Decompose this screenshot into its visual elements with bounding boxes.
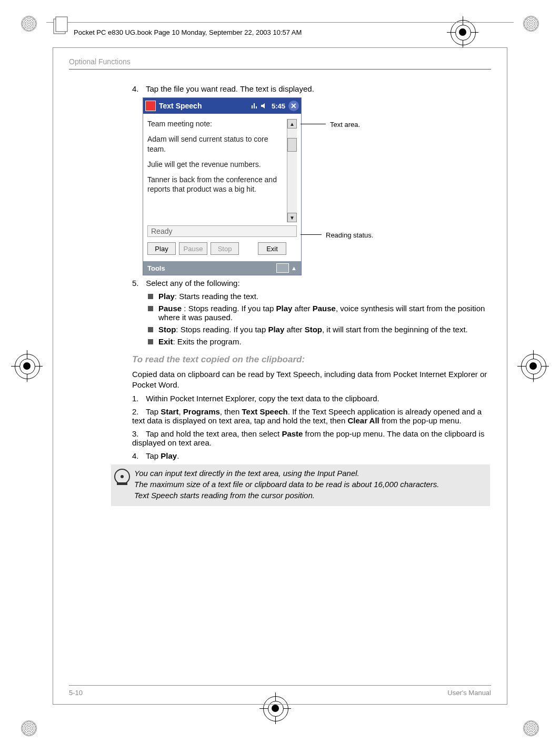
list-item: Stop: Stops reading. If you tap Play aft… (148, 325, 491, 334)
pause-button[interactable]: Pause (179, 242, 207, 255)
clip-step-1: 1. Within Pocket Internet Explorer, copy… (132, 394, 491, 403)
square-bullet-icon (148, 327, 153, 332)
step-number: 4. (132, 451, 144, 460)
step-text: Within Pocket Internet Explorer, copy th… (146, 394, 379, 403)
note-box: You can input text directly in the text … (111, 464, 490, 506)
square-bullet-icon (148, 339, 153, 344)
up-arrow-icon[interactable]: ▲ (291, 265, 297, 271)
manual-title: User's Manual (447, 689, 491, 697)
frame-header-rule (46, 22, 514, 23)
step-4-number: 4. (132, 84, 144, 93)
keyboard-icon[interactable] (276, 263, 289, 273)
list-item: Pause : Stops reading. If you tap Play a… (148, 304, 491, 322)
scrollbar[interactable]: ▲ ▼ (287, 119, 297, 222)
step-5-number: 5. (132, 279, 144, 288)
callout-reading-status: Reading status. (326, 231, 373, 239)
speaker-icon (260, 102, 267, 110)
square-bullet-icon (148, 294, 153, 299)
page-number: 5-10 (69, 689, 83, 697)
list-item: Play: Starts reading the text. (148, 292, 491, 301)
clip-step-3: 3. Tap and hold the text area, then sele… (132, 429, 491, 447)
ppc-clock: 5:45 (272, 102, 285, 110)
ppc-status-field: Ready (147, 225, 297, 237)
scroll-up-icon[interactable]: ▲ (287, 119, 297, 128)
figure-row: Text Speech 5:45 ✕ Team meeting note: Ad… (143, 97, 491, 275)
callout-line (301, 234, 322, 235)
page-footer: 5-10 User's Manual (69, 685, 491, 697)
page-frame: Optional Functions 4. Tap the file you w… (53, 47, 507, 705)
clip-step-2: 2. Tap Start, Programs, then Text Speech… (132, 407, 491, 425)
step-5: 5. Select any of the following: (132, 279, 491, 288)
clipboard-intro-para: Copied data on clipboard can be read by … (132, 369, 491, 390)
crop-mark-br (523, 720, 539, 736)
crop-mark-tr (523, 16, 539, 32)
clip-step-4: 4. Tap Play. (132, 451, 491, 460)
section-header: Optional Functions (69, 55, 491, 69)
ppc-button-row: Play Pause Stop Exit (147, 242, 297, 255)
info-icon (114, 469, 130, 484)
book-icon (53, 16, 68, 37)
ppc-tools-bar: Tools ▲ (143, 261, 301, 275)
scroll-down-icon[interactable]: ▼ (287, 213, 297, 222)
connectivity-icon (251, 102, 258, 110)
scroll-thumb[interactable] (287, 138, 297, 152)
step-text: Tap Play. (146, 451, 179, 460)
note-line: You can input text directly in the text … (134, 469, 439, 478)
square-bullet-icon (148, 306, 153, 311)
crop-mark-bl (21, 720, 37, 736)
section-rule (69, 69, 491, 70)
tools-menu[interactable]: Tools (147, 264, 165, 272)
windows-flag-icon (145, 101, 156, 111)
pocketpc-window: Text Speech 5:45 ✕ Team meeting note: Ad… (143, 97, 302, 275)
stop-button[interactable]: Stop (211, 242, 239, 255)
text-line: Team meeting note: (147, 119, 283, 129)
registration-mark-left (15, 354, 39, 378)
callout-line (301, 124, 326, 124)
callout-text-area: Text area. (330, 121, 360, 128)
list-item: Exit: Exits the program. (148, 337, 491, 346)
svg-rect-1 (56, 17, 67, 32)
ppc-titlebar: Text Speech 5:45 ✕ (143, 98, 301, 114)
callouts: Text area. Reading status. (302, 97, 491, 275)
step-number: 3. (132, 429, 144, 438)
play-button[interactable]: Play (147, 242, 176, 255)
options-list: Play: Starts reading the text. Pause : S… (148, 292, 491, 346)
note-line: The maximum size of a text file or clipb… (134, 480, 439, 489)
crop-mark-tl (21, 16, 37, 32)
close-icon[interactable]: ✕ (288, 101, 299, 111)
step-number: 2. (132, 407, 144, 416)
text-line: Julie will get the revenue numbers. (147, 160, 283, 170)
ppc-text-area[interactable]: Team meeting note: Adam will send curren… (147, 119, 297, 222)
frame-header-text: Pocket PC e830 UG.book Page 10 Monday, S… (74, 28, 302, 36)
note-line: Text Speech starts reading from the curs… (134, 491, 439, 500)
ppc-title-text: Text Speech (159, 102, 202, 110)
step-5-text: Select any of the following: (146, 279, 239, 288)
registration-mark-right (521, 354, 545, 378)
step-4-text: Tap the file you want read. The text is … (146, 84, 314, 93)
registration-mark-top (451, 20, 475, 44)
text-line: Tanner is back from the conference and r… (147, 175, 283, 195)
step-4: 4. Tap the file you want read. The text … (132, 84, 491, 93)
step-number: 1. (132, 394, 144, 403)
exit-button[interactable]: Exit (258, 242, 286, 255)
step-text: Tap and hold the text area, then select … (132, 429, 484, 447)
text-line: Adam will send current status to core te… (147, 134, 283, 154)
sub-heading-clipboard: To read the text copied on the clipboard… (132, 354, 491, 365)
step-text: Tap Start, Programs, then Text Speech. I… (132, 407, 482, 425)
